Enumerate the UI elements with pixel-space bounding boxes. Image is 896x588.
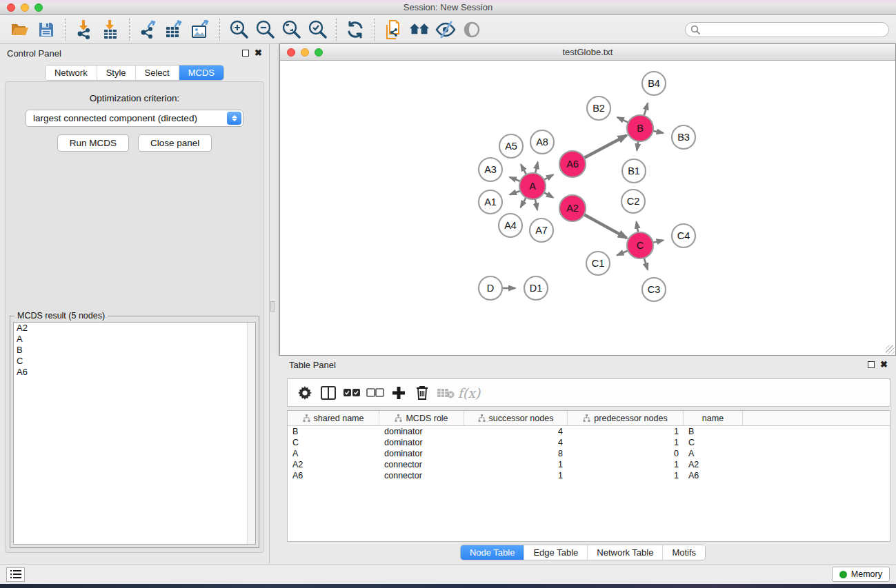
run-mcds-button[interactable]: Run MCDS bbox=[57, 134, 129, 152]
maximize-window-icon[interactable] bbox=[34, 3, 43, 12]
task-history-icon[interactable] bbox=[6, 567, 25, 582]
table-cell[interactable]: 1 bbox=[568, 437, 684, 448]
graph-node-B3[interactable]: B3 bbox=[672, 125, 695, 149]
table-cell[interactable]: A2 bbox=[684, 459, 743, 470]
close-panel-icon[interactable]: ✖ bbox=[255, 50, 262, 57]
table-cell[interactable]: 1 bbox=[568, 470, 684, 481]
graph-node-A4[interactable]: A4 bbox=[499, 214, 522, 237]
zoom-in-icon[interactable] bbox=[228, 19, 249, 40]
table-cell[interactable]: A bbox=[288, 448, 379, 459]
memory-button[interactable]: Memory bbox=[832, 567, 890, 582]
result-list-item[interactable]: A bbox=[14, 334, 255, 345]
minimize-window-icon[interactable] bbox=[21, 3, 29, 12]
graph-node-A1[interactable]: A1 bbox=[479, 190, 502, 214]
table-cell[interactable]: dominator bbox=[379, 448, 464, 459]
table-row[interactable]: A2connector11A2 bbox=[288, 459, 890, 470]
table-cell[interactable]: B bbox=[684, 426, 743, 437]
table-cell[interactable]: 4 bbox=[464, 426, 568, 437]
graph-node-B1[interactable]: B1 bbox=[622, 159, 646, 183]
import-table-icon[interactable] bbox=[100, 19, 121, 40]
save-session-icon[interactable] bbox=[36, 19, 57, 40]
column-header-MCDS-role[interactable]: MCDS role bbox=[379, 411, 464, 425]
column-header-predecessor-nodes[interactable]: predecessor nodes bbox=[568, 411, 684, 425]
network-maximize-icon[interactable] bbox=[315, 48, 323, 57]
graph-node-C2[interactable]: C2 bbox=[621, 190, 645, 213]
network-minimize-icon[interactable] bbox=[301, 48, 309, 57]
zoom-out-icon[interactable] bbox=[255, 19, 275, 40]
delete-icon[interactable] bbox=[410, 383, 434, 403]
network-close-icon[interactable] bbox=[287, 48, 295, 57]
graph-node-B[interactable]: B bbox=[627, 115, 653, 141]
graph-node-D[interactable]: D bbox=[479, 276, 502, 300]
add-column-icon[interactable] bbox=[387, 383, 410, 403]
graph-node-A6[interactable]: A6 bbox=[559, 151, 586, 177]
graph-node-A[interactable]: A bbox=[519, 173, 546, 199]
result-list-item[interactable]: B bbox=[14, 345, 255, 356]
criterion-dropdown[interactable]: largest connected component (directed) bbox=[26, 110, 243, 127]
tab-network[interactable]: Network bbox=[46, 65, 97, 80]
result-list-item[interactable]: C bbox=[14, 356, 255, 367]
table-cell[interactable]: 4 bbox=[464, 437, 568, 448]
tab-select[interactable]: Select bbox=[135, 65, 179, 80]
graph-node-B2[interactable]: B2 bbox=[587, 97, 610, 120]
table-cell[interactable]: dominator bbox=[379, 437, 464, 448]
zoom-selected-icon[interactable] bbox=[307, 19, 328, 40]
tab-motifs[interactable]: Motifs bbox=[662, 545, 705, 560]
table-cell[interactable]: 1 bbox=[568, 426, 684, 437]
table-cell[interactable]: connector bbox=[379, 459, 464, 470]
split-view-icon[interactable] bbox=[317, 383, 340, 403]
import-network-icon[interactable] bbox=[74, 19, 94, 40]
graph-node-C4[interactable]: C4 bbox=[672, 224, 695, 247]
graph-node-A7[interactable]: A7 bbox=[530, 219, 553, 242]
result-list-item[interactable]: A2 bbox=[14, 323, 255, 334]
table-row[interactable]: Adominator80A bbox=[288, 448, 890, 459]
column-header-successor-nodes[interactable]: successor nodes bbox=[464, 411, 568, 425]
table-cell[interactable]: dominator bbox=[379, 426, 464, 437]
function-builder-icon[interactable]: f(x) bbox=[457, 383, 481, 403]
node-table[interactable]: shared nameMCDS rolesuccessor nodesprede… bbox=[287, 410, 890, 542]
table-cell[interactable]: A6 bbox=[288, 470, 379, 481]
float-panel-icon[interactable] bbox=[242, 50, 249, 57]
table-row[interactable]: Cdominator41C bbox=[288, 437, 890, 448]
graph-node-A5[interactable]: A5 bbox=[499, 134, 523, 158]
show-all-icon[interactable] bbox=[461, 19, 482, 40]
table-cell[interactable]: 8 bbox=[464, 448, 568, 459]
clone-network-icon[interactable] bbox=[383, 19, 404, 40]
table-cell[interactable]: connector bbox=[379, 470, 464, 481]
graph-node-A8[interactable]: A8 bbox=[530, 130, 554, 154]
table-row[interactable]: A6connector11A6 bbox=[288, 470, 890, 481]
export-network-icon[interactable] bbox=[138, 19, 159, 40]
table-cell[interactable]: C bbox=[288, 437, 379, 448]
table-cell[interactable]: A6 bbox=[684, 470, 743, 481]
tab-style[interactable]: Style bbox=[97, 65, 135, 80]
select-all-icon[interactable] bbox=[340, 383, 364, 403]
result-list-item[interactable]: A6 bbox=[14, 367, 255, 378]
network-canvas[interactable]: B4B2BB3A5A8A6B1A3AA1C2A2A4A7C4CC1C3DD1 bbox=[280, 61, 895, 355]
table-row[interactable]: Bdominator41B bbox=[288, 426, 890, 437]
zoom-fit-icon[interactable] bbox=[281, 19, 301, 40]
mcds-result-list[interactable]: A2ABCA6 bbox=[13, 322, 256, 545]
close-window-icon[interactable] bbox=[7, 3, 15, 12]
graph-node-A2[interactable]: A2 bbox=[559, 195, 586, 221]
export-image-icon[interactable] bbox=[190, 19, 211, 40]
graph-node-C[interactable]: C bbox=[627, 232, 653, 258]
table-cell[interactable]: 1 bbox=[568, 459, 684, 470]
search-input[interactable] bbox=[685, 22, 889, 37]
graph-node-A3[interactable]: A3 bbox=[479, 158, 502, 181]
table-cell[interactable]: 1 bbox=[464, 459, 568, 470]
close-panel-button[interactable]: Close panel bbox=[138, 134, 212, 152]
float-table-panel-icon[interactable] bbox=[868, 361, 875, 368]
graph-node-D1[interactable]: D1 bbox=[524, 276, 548, 300]
tab-edge-table[interactable]: Edge Table bbox=[524, 545, 587, 560]
home-view-icon[interactable] bbox=[409, 19, 430, 40]
result-scrollbar[interactable] bbox=[247, 323, 255, 544]
export-table-icon[interactable] bbox=[164, 19, 185, 40]
refresh-icon[interactable] bbox=[345, 19, 366, 40]
table-cell[interactable]: 1 bbox=[464, 470, 568, 481]
close-table-panel-icon[interactable]: ✖ bbox=[880, 361, 888, 368]
deselect-all-icon[interactable] bbox=[364, 383, 387, 403]
table-cell[interactable]: B bbox=[288, 426, 379, 437]
tab-mcds[interactable]: MCDS bbox=[179, 65, 223, 80]
network-window-titlebar[interactable]: testGlobe.txt bbox=[280, 44, 895, 61]
graph-node-C3[interactable]: C3 bbox=[642, 278, 666, 301]
